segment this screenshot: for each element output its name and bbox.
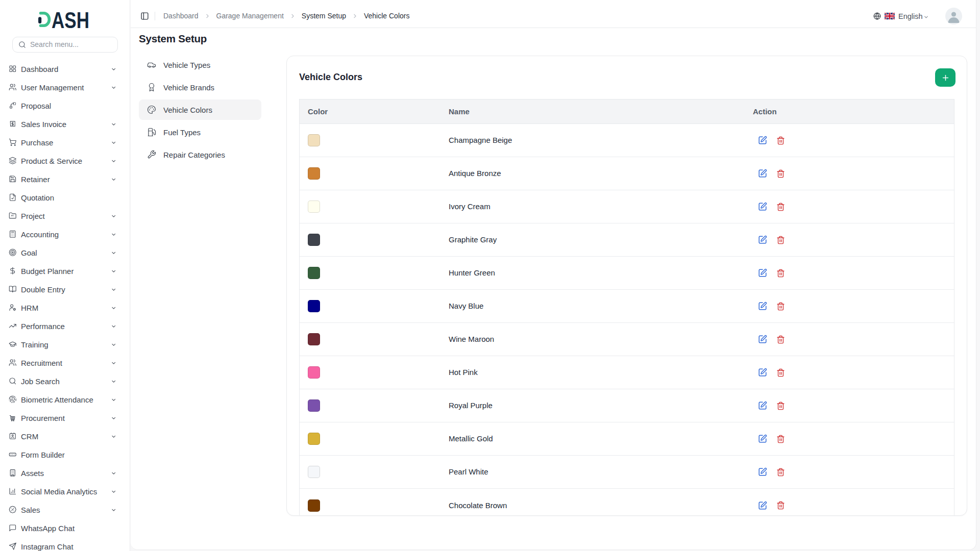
svg-text:ASH: ASH — [52, 11, 89, 29]
